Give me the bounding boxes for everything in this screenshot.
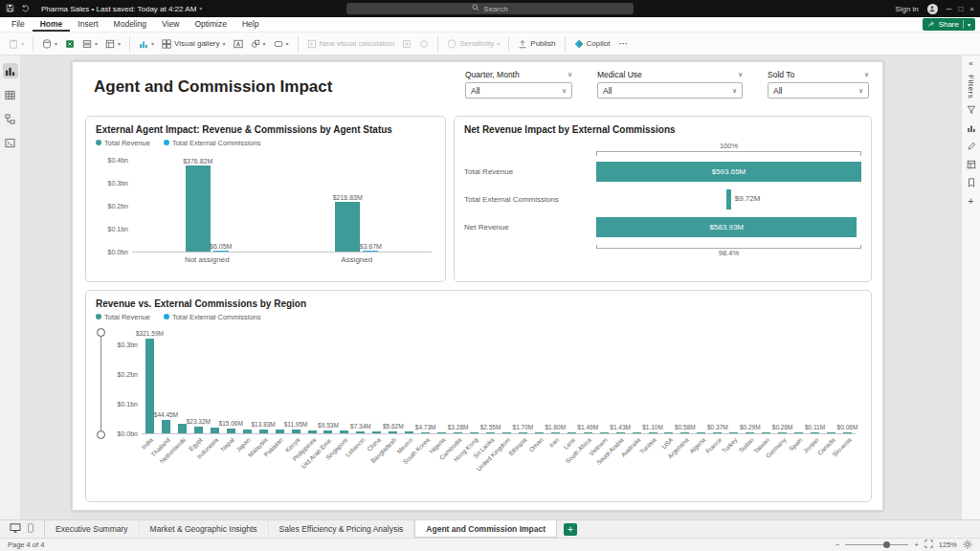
slicer-dropdown[interactable]: All∨ [597, 82, 743, 99]
bar-slot-malaysia[interactable]: $13.83MMalaysia [256, 331, 272, 433]
add-page-button[interactable]: + [564, 523, 577, 536]
bar-slot-australia[interactable]: Australia [629, 331, 645, 433]
bar-total-revenue[interactable] [551, 432, 560, 433]
sign-in-button[interactable]: Sign in [895, 5, 918, 13]
legend-item-total-external-commissions[interactable]: Total External Commissions [164, 139, 261, 147]
bar-total-revenue[interactable] [729, 432, 738, 433]
bar-total-revenue[interactable] [292, 430, 301, 433]
dax-query-view-button[interactable] [3, 135, 18, 150]
bar-total-revenue[interactable] [584, 432, 592, 433]
bar-total-revenue[interactable] [649, 432, 657, 433]
page-tab-sales-efficiency-pricing-analysis[interactable]: Sales Efficiency & Pricing Analysis [269, 520, 415, 538]
bar-total-revenue[interactable] [405, 431, 413, 433]
bar-slot-argentina[interactable]: $0.58MArgentina [677, 331, 693, 433]
zoom-out-icon[interactable]: − [835, 540, 839, 549]
new-visual-button[interactable]: ▾ [136, 37, 157, 51]
bar-total-revenue[interactable] [356, 431, 365, 433]
bar-slot-oman[interactable]: Oman [531, 331, 547, 433]
bar-total-revenue[interactable] [680, 432, 689, 433]
get-data-button[interactable]: ▾ [39, 37, 60, 51]
visualizations-pane-icon[interactable] [967, 123, 976, 135]
bar-total-revenue[interactable] [746, 432, 754, 433]
bar-slot-algeria[interactable]: Algeria [693, 331, 709, 433]
new-visual-calculation-button[interactable]: New visual calculation [304, 37, 398, 51]
zoom-slider[interactable] [845, 544, 908, 545]
page-tab-agent-and-commission-impact[interactable]: Agent and Commission Impact [414, 520, 557, 538]
bar-slot-china[interactable]: China [368, 331, 385, 433]
bar-total-revenue[interactable] [340, 430, 348, 433]
bar-slot-france[interactable]: $0.37MFrance [709, 331, 725, 433]
bar-total-revenue[interactable] [308, 430, 317, 433]
bar-slot-utd-arab-emir[interactable]: $9.53MUtd.Arab Emir. [320, 331, 336, 433]
model-view-button[interactable] [3, 111, 18, 126]
bar-total-revenue[interactable] [794, 432, 803, 433]
quick-measure-button[interactable] [399, 37, 414, 51]
bar-slot-lebanon[interactable]: $7.34MLebanon [352, 331, 368, 433]
bar-total-revenue[interactable]: $376.82M [186, 165, 211, 252]
data-view-button[interactable] [3, 87, 18, 102]
bar-slot-singapore[interactable]: Singapore [336, 331, 352, 433]
bar-total-revenue[interactable] [502, 432, 511, 433]
slicer-dropdown[interactable]: All∨ [768, 82, 869, 99]
window-minimize-button[interactable]: ─ [947, 5, 952, 13]
bar-slot-sri-lanka[interactable]: $2.55MSri Lanka [482, 331, 499, 433]
zoom-slider-handle[interactable] [883, 541, 890, 548]
window-close-button[interactable]: × [969, 5, 974, 13]
slicer-quarter-month[interactable]: Quarter, Month∨All∨ [465, 70, 572, 99]
zoom-slider-handle-top[interactable] [97, 328, 105, 337]
y-axis-zoom-slider[interactable] [97, 330, 106, 437]
format-pane-icon[interactable] [967, 142, 976, 153]
bar-slot-south-korea[interactable]: $4.73MSouth Korea [417, 331, 434, 433]
excel-workbook-button[interactable] [62, 37, 78, 51]
menu-item-modeling[interactable]: Modeling [106, 17, 155, 32]
menu-item-file[interactable]: File [4, 17, 33, 32]
bar-total-revenue[interactable] [243, 430, 252, 433]
bar-slot-cambodia[interactable]: $3.28MCambodia [450, 331, 466, 433]
bar-total-revenue[interactable] [227, 429, 235, 433]
zoom-slider-handle-bottom[interactable] [97, 430, 105, 439]
more-options-button[interactable]: ⋯ [614, 38, 632, 49]
bar-total-revenue[interactable] [276, 430, 284, 433]
bar-total-revenue[interactable] [486, 432, 495, 433]
mobile-layout-icon[interactable] [27, 523, 34, 535]
transform-data-button[interactable]: ▾ [102, 37, 123, 51]
legend-item-total-revenue[interactable]: Total Revenue [96, 139, 150, 147]
bar-slot-mexico[interactable]: Mexico [401, 331, 417, 433]
bar-total-revenue[interactable] [194, 427, 203, 433]
bookmarks-pane-icon[interactable] [967, 178, 976, 189]
bar-slot-egypt[interactable]: $23.32MEgypt [190, 331, 207, 433]
bar-slot-tunisia[interactable]: $1.10MTunisia [645, 331, 661, 433]
visual-card-agent-status[interactable]: External Agent Impact: Revenue & Commiss… [85, 116, 446, 282]
bar-total-revenue[interactable] [259, 430, 268, 433]
slicer-sold-to[interactable]: Sold To∨All∨ [768, 70, 869, 99]
menu-item-home[interactable]: Home [33, 17, 71, 32]
settings-gear-icon[interactable] [963, 540, 972, 551]
account-avatar[interactable] [927, 4, 938, 14]
share-button[interactable]: Share ▾ [923, 18, 975, 31]
bar-total-revenue[interactable] [568, 432, 576, 433]
bar-total-revenue[interactable]: $216.83M [335, 202, 360, 252]
bar-total-revenue[interactable] [421, 432, 430, 433]
bar-slot-jordan[interactable]: $0.11MJordan [807, 331, 823, 433]
slicer-medical-use[interactable]: Medical Use∨All∨ [597, 70, 743, 99]
bar-total-revenue[interactable] [697, 432, 705, 433]
bar-total-revenue[interactable] [162, 420, 170, 433]
collapse-panes-icon[interactable]: « [969, 59, 972, 68]
report-page[interactable]: Agent and Commission Impact Quarter, Mon… [72, 61, 883, 511]
bar-total-revenue[interactable] [811, 432, 819, 433]
search-input[interactable]: Search [346, 3, 634, 14]
shapes-button[interactable]: ▾ [248, 37, 269, 51]
publish-button[interactable]: Publish [515, 37, 558, 51]
filters-pane-label[interactable]: Filters [967, 75, 975, 99]
bar-total-revenue[interactable] [843, 432, 852, 433]
bar-slot-germany[interactable]: $0.26MGermany [774, 331, 791, 433]
bar-total-external-commissions[interactable] [726, 189, 731, 209]
visual-gallery-button[interactable]: Visual gallery▾ [159, 37, 228, 51]
bar-total-revenue[interactable] [145, 339, 154, 433]
page-tab-executive-summary[interactable]: Executive Summary [45, 520, 140, 538]
window-maximize-button[interactable]: □ [958, 5, 963, 13]
bar-total-revenue[interactable] [178, 424, 187, 433]
bar-slot-indonesia[interactable]: Indonesia [207, 331, 223, 433]
bar-group-assigned[interactable]: $216.83M$3.67M [314, 161, 400, 252]
bar-slot-hong-kong[interactable]: Hong Kong [466, 331, 482, 433]
